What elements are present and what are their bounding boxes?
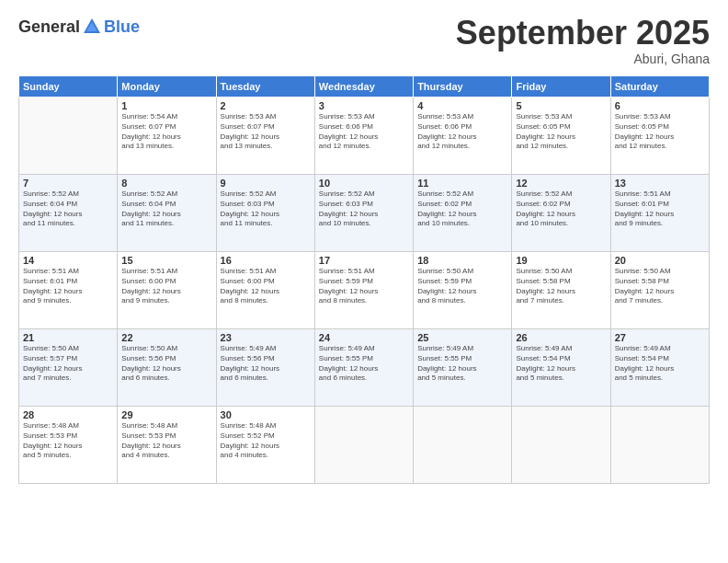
table-row: 3Sunrise: 5:53 AM Sunset: 6:06 PM Daylig… xyxy=(314,98,413,175)
table-row: 5Sunrise: 5:53 AM Sunset: 6:05 PM Daylig… xyxy=(512,98,610,175)
calendar-week-row: 21Sunrise: 5:50 AM Sunset: 5:57 PM Dayli… xyxy=(19,329,710,407)
header-monday: Monday xyxy=(118,76,216,98)
title-block: September 2025 Aburi, Ghana xyxy=(456,17,710,66)
day-number: 12 xyxy=(516,178,606,189)
page: General Blue September 2025 Aburi, Ghana… xyxy=(0,0,728,563)
calendar-week-row: 7Sunrise: 5:52 AM Sunset: 6:04 PM Daylig… xyxy=(19,175,710,252)
table-row: 24Sunrise: 5:49 AM Sunset: 5:55 PM Dayli… xyxy=(314,329,413,407)
day-info: Sunrise: 5:50 AM Sunset: 5:59 PM Dayligh… xyxy=(417,267,507,306)
day-info: Sunrise: 5:50 AM Sunset: 5:58 PM Dayligh… xyxy=(516,267,606,306)
day-info: Sunrise: 5:48 AM Sunset: 5:53 PM Dayligh… xyxy=(23,421,113,461)
day-number: 5 xyxy=(516,100,606,111)
day-info: Sunrise: 5:51 AM Sunset: 6:00 PM Dayligh… xyxy=(121,267,211,306)
day-info: Sunrise: 5:48 AM Sunset: 5:53 PM Dayligh… xyxy=(121,421,211,461)
table-row: 17Sunrise: 5:51 AM Sunset: 5:59 PM Dayli… xyxy=(314,252,413,329)
day-info: Sunrise: 5:54 AM Sunset: 6:07 PM Dayligh… xyxy=(121,112,211,152)
table-row: 14Sunrise: 5:51 AM Sunset: 6:01 PM Dayli… xyxy=(19,252,118,329)
table-row: 18Sunrise: 5:50 AM Sunset: 5:59 PM Dayli… xyxy=(414,252,512,329)
table-row: 8Sunrise: 5:52 AM Sunset: 6:04 PM Daylig… xyxy=(118,175,216,252)
day-number: 10 xyxy=(319,178,409,189)
table-row: 4Sunrise: 5:53 AM Sunset: 6:06 PM Daylig… xyxy=(414,98,512,175)
logo-icon xyxy=(82,17,102,37)
day-info: Sunrise: 5:49 AM Sunset: 5:54 PM Dayligh… xyxy=(516,344,606,384)
table-row xyxy=(19,98,118,175)
day-number: 15 xyxy=(121,255,211,266)
day-number: 24 xyxy=(319,332,409,343)
day-number: 26 xyxy=(516,332,606,343)
day-info: Sunrise: 5:53 AM Sunset: 6:07 PM Dayligh… xyxy=(221,112,311,152)
table-row: 2Sunrise: 5:53 AM Sunset: 6:07 PM Daylig… xyxy=(216,98,314,175)
table-row: 26Sunrise: 5:49 AM Sunset: 5:54 PM Dayli… xyxy=(512,329,610,407)
header-sunday: Sunday xyxy=(19,76,118,98)
day-number: 4 xyxy=(417,100,507,111)
calendar-week-row: 1Sunrise: 5:54 AM Sunset: 6:07 PM Daylig… xyxy=(19,98,710,175)
day-number: 30 xyxy=(221,409,311,420)
day-info: Sunrise: 5:52 AM Sunset: 6:02 PM Dayligh… xyxy=(516,190,606,229)
day-number: 1 xyxy=(121,100,211,111)
calendar-week-row: 28Sunrise: 5:48 AM Sunset: 5:53 PM Dayli… xyxy=(19,407,710,484)
table-row: 25Sunrise: 5:49 AM Sunset: 5:55 PM Dayli… xyxy=(414,329,512,407)
day-info: Sunrise: 5:53 AM Sunset: 6:06 PM Dayligh… xyxy=(417,112,507,152)
day-info: Sunrise: 5:52 AM Sunset: 6:03 PM Dayligh… xyxy=(221,190,311,229)
table-row xyxy=(414,407,512,484)
day-number: 8 xyxy=(121,178,211,189)
day-info: Sunrise: 5:50 AM Sunset: 5:58 PM Dayligh… xyxy=(615,267,705,306)
table-row: 23Sunrise: 5:49 AM Sunset: 5:56 PM Dayli… xyxy=(216,329,314,407)
table-row: 22Sunrise: 5:50 AM Sunset: 5:56 PM Dayli… xyxy=(118,329,216,407)
location: Aburi, Ghana xyxy=(456,52,710,66)
day-number: 19 xyxy=(516,255,606,266)
month-title: September 2025 xyxy=(456,17,710,50)
table-row: 7Sunrise: 5:52 AM Sunset: 6:04 PM Daylig… xyxy=(19,175,118,252)
day-number: 20 xyxy=(615,255,705,266)
table-row: 10Sunrise: 5:52 AM Sunset: 6:03 PM Dayli… xyxy=(314,175,413,252)
table-row: 27Sunrise: 5:49 AM Sunset: 5:54 PM Dayli… xyxy=(610,329,709,407)
day-info: Sunrise: 5:52 AM Sunset: 6:03 PM Dayligh… xyxy=(319,190,409,229)
day-info: Sunrise: 5:53 AM Sunset: 6:06 PM Dayligh… xyxy=(319,112,409,152)
table-row xyxy=(610,407,709,484)
day-number: 3 xyxy=(319,100,409,111)
table-row: 28Sunrise: 5:48 AM Sunset: 5:53 PM Dayli… xyxy=(19,407,118,484)
calendar-week-row: 14Sunrise: 5:51 AM Sunset: 6:01 PM Dayli… xyxy=(19,252,710,329)
day-number: 11 xyxy=(417,178,507,189)
logo-text-blue: Blue xyxy=(104,17,140,37)
calendar: Sunday Monday Tuesday Wednesday Thursday… xyxy=(18,75,710,484)
day-info: Sunrise: 5:48 AM Sunset: 5:52 PM Dayligh… xyxy=(221,421,311,461)
day-info: Sunrise: 5:52 AM Sunset: 6:04 PM Dayligh… xyxy=(23,190,113,229)
day-number: 13 xyxy=(615,178,705,189)
table-row: 9Sunrise: 5:52 AM Sunset: 6:03 PM Daylig… xyxy=(216,175,314,252)
header-wednesday: Wednesday xyxy=(314,76,413,98)
day-number: 21 xyxy=(23,332,113,343)
day-number: 22 xyxy=(121,332,211,343)
table-row: 13Sunrise: 5:51 AM Sunset: 6:01 PM Dayli… xyxy=(610,175,709,252)
header: General Blue September 2025 Aburi, Ghana xyxy=(18,17,710,66)
weekday-header-row: Sunday Monday Tuesday Wednesday Thursday… xyxy=(19,76,710,98)
header-saturday: Saturday xyxy=(610,76,709,98)
day-number: 9 xyxy=(221,178,311,189)
day-number: 16 xyxy=(221,255,311,266)
table-row: 19Sunrise: 5:50 AM Sunset: 5:58 PM Dayli… xyxy=(512,252,610,329)
table-row: 12Sunrise: 5:52 AM Sunset: 6:02 PM Dayli… xyxy=(512,175,610,252)
day-info: Sunrise: 5:53 AM Sunset: 6:05 PM Dayligh… xyxy=(516,112,606,152)
logo-text-general: General xyxy=(18,17,80,37)
day-info: Sunrise: 5:52 AM Sunset: 6:04 PM Dayligh… xyxy=(121,190,211,229)
day-number: 6 xyxy=(615,100,705,111)
table-row: 30Sunrise: 5:48 AM Sunset: 5:52 PM Dayli… xyxy=(216,407,314,484)
day-number: 14 xyxy=(23,255,113,266)
table-row: 1Sunrise: 5:54 AM Sunset: 6:07 PM Daylig… xyxy=(118,98,216,175)
day-number: 28 xyxy=(23,409,113,420)
table-row: 16Sunrise: 5:51 AM Sunset: 6:00 PM Dayli… xyxy=(216,252,314,329)
table-row: 15Sunrise: 5:51 AM Sunset: 6:00 PM Dayli… xyxy=(118,252,216,329)
day-number: 29 xyxy=(121,409,211,420)
day-number: 25 xyxy=(417,332,507,343)
day-number: 7 xyxy=(23,178,113,189)
table-row: 11Sunrise: 5:52 AM Sunset: 6:02 PM Dayli… xyxy=(414,175,512,252)
logo: General Blue xyxy=(18,17,140,37)
table-row xyxy=(314,407,413,484)
header-tuesday: Tuesday xyxy=(216,76,314,98)
day-info: Sunrise: 5:50 AM Sunset: 5:56 PM Dayligh… xyxy=(121,344,211,384)
day-number: 17 xyxy=(319,255,409,266)
day-info: Sunrise: 5:49 AM Sunset: 5:55 PM Dayligh… xyxy=(417,344,507,384)
day-info: Sunrise: 5:52 AM Sunset: 6:02 PM Dayligh… xyxy=(417,190,507,229)
day-number: 18 xyxy=(417,255,507,266)
day-info: Sunrise: 5:53 AM Sunset: 6:05 PM Dayligh… xyxy=(615,112,705,152)
